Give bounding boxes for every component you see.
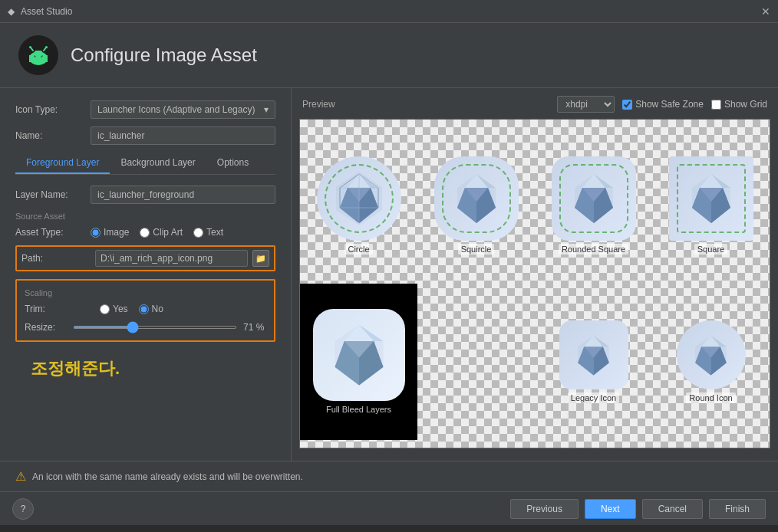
diamond-svg-round	[686, 330, 736, 380]
preview-rounded-square: Rounded Square	[535, 127, 652, 284]
cancel-button[interactable]: Cancel	[642, 499, 703, 519]
scaling-box: Scaling Trim: Yes No Resize: 71 %	[15, 279, 275, 342]
round-label: Round Icon	[686, 392, 735, 403]
right-panel: Preview xhdpi mdpi hdpi xxhdpi xxxhdpi S…	[292, 88, 778, 461]
show-grid-label: Show Grid	[724, 99, 767, 110]
dialog-title: Configure Image Asset	[71, 44, 257, 66]
svg-point-6	[29, 46, 31, 48]
trim-yes[interactable]: Yes	[100, 304, 128, 314]
show-grid-checkbox[interactable]: Show Grid	[711, 99, 767, 110]
preview-grid: Circle	[299, 119, 770, 448]
warning-bar: ⚠ An icon with the same name already exi…	[0, 461, 778, 491]
full-bleed-label: Full Bleed Layers	[323, 404, 394, 415]
preview-squircle: Squircle	[417, 127, 535, 284]
name-row: Name:	[15, 126, 275, 145]
icon-type-dropdown[interactable]: Launcher Icons (Adaptive and Legacy) ▾	[91, 100, 275, 119]
title-bar-left: ◆ Asset Studio	[8, 6, 72, 17]
layer-name-label: Layer Name:	[15, 189, 84, 200]
asset-type-label: Asset Type:	[15, 227, 84, 238]
safe-zone-ring-square	[677, 164, 746, 233]
safe-zone-ring-rsquare	[559, 164, 628, 233]
browse-button[interactable]: 📁	[252, 250, 269, 267]
warning-icon: ⚠	[15, 469, 26, 484]
tab-background-layer[interactable]: Background Layer	[110, 153, 206, 174]
source-asset-section: Source Asset	[15, 212, 275, 221]
icon-type-value: Launcher Icons (Adaptive and Legacy)	[97, 104, 255, 115]
android-logo	[25, 41, 52, 69]
path-input[interactable]	[95, 250, 248, 267]
help-button[interactable]: ?	[12, 498, 34, 520]
preview-label: Preview	[302, 99, 335, 110]
path-row: Path: 📁	[15, 245, 275, 271]
icon-type-row: Icon Type: Launcher Icons (Adaptive and …	[15, 100, 275, 119]
tab-foreground-layer[interactable]: Foreground Layer	[15, 153, 110, 174]
square-label: Square	[694, 244, 727, 255]
dialog-header: Configure Image Asset	[0, 23, 778, 88]
finish-button[interactable]: Finish	[709, 499, 766, 519]
legacy-label: Legacy Icon	[568, 392, 619, 403]
preview-legacy: Legacy Icon	[535, 284, 652, 440]
trim-label: Trim:	[25, 304, 94, 314]
left-panel: Icon Type: Launcher Icons (Adaptive and …	[0, 88, 292, 461]
korean-text: 조정해준다.	[31, 357, 275, 380]
preview-round: Round Icon	[652, 284, 770, 440]
icon-type-label: Icon Type:	[15, 104, 84, 115]
safe-zone-ring-squircle	[442, 164, 511, 233]
squircle-label: Squircle	[458, 244, 495, 255]
dropdown-arrow: ▾	[264, 104, 269, 115]
resize-value: 71 %	[243, 322, 266, 333]
layer-name-row: Layer Name:	[15, 186, 275, 204]
show-safe-zone-checkbox[interactable]: Show Safe Zone	[622, 99, 704, 110]
close-button[interactable]: ✕	[761, 5, 770, 18]
preview-header: Preview xhdpi mdpi hdpi xxhdpi xxxhdpi S…	[299, 96, 770, 113]
asset-type-text[interactable]: Text	[193, 227, 223, 238]
warning-text: An icon with the same name already exist…	[32, 471, 303, 482]
asset-type-row: Asset Type: Image Clip Art Text	[15, 227, 275, 238]
circle-label: Circle	[344, 244, 372, 255]
svg-rect-9	[35, 51, 42, 57]
asset-type-image[interactable]: Image	[91, 227, 129, 238]
app-icon: ◆	[8, 6, 15, 17]
name-label: Name:	[15, 130, 84, 141]
previous-button[interactable]: Previous	[510, 499, 579, 519]
rounded-square-label: Rounded Square	[559, 244, 628, 255]
diamond-svg-legacy	[569, 330, 618, 380]
resize-slider[interactable]	[73, 326, 237, 329]
scaling-title: Scaling	[25, 288, 266, 297]
trim-no[interactable]: No	[139, 304, 163, 314]
preview-empty	[417, 284, 535, 440]
preview-controls: xhdpi mdpi hdpi xxhdpi xxxhdpi Show Safe…	[557, 96, 767, 113]
tab-options[interactable]: Options	[206, 153, 259, 174]
safe-zone-ring-circle	[325, 164, 394, 233]
layer-tabs: Foreground Layer Background Layer Option…	[15, 153, 275, 175]
trim-row: Trim: Yes No	[25, 304, 266, 314]
asset-type-group: Image Clip Art Text	[91, 227, 223, 238]
preview-full-bleed: Full Bleed Layers	[300, 284, 417, 440]
trim-group: Yes No	[100, 304, 163, 314]
diamond-svg-fullbleed	[325, 320, 394, 389]
next-button[interactable]: Next	[585, 499, 636, 519]
name-input[interactable]	[91, 126, 275, 145]
header-icon	[18, 35, 58, 75]
layer-name-input[interactable]	[91, 186, 275, 204]
main-content: Icon Type: Launcher Icons (Adaptive and …	[0, 88, 778, 461]
dpi-select[interactable]: xhdpi mdpi hdpi xxhdpi xxxhdpi	[557, 96, 615, 113]
preview-square: Square	[652, 127, 770, 284]
path-label: Path:	[21, 253, 91, 264]
title-bar: ◆ Asset Studio ✕	[0, 0, 778, 23]
resize-label: Resize:	[25, 322, 67, 333]
svg-point-8	[45, 46, 48, 48]
footer: ? Previous Next Cancel Finish	[0, 491, 778, 525]
preview-circle: Circle	[300, 127, 417, 284]
app-name: Asset Studio	[21, 6, 72, 17]
asset-type-clipart[interactable]: Clip Art	[140, 227, 183, 238]
resize-row: Resize: 71 %	[25, 322, 266, 333]
show-safe-zone-label: Show Safe Zone	[635, 99, 704, 110]
